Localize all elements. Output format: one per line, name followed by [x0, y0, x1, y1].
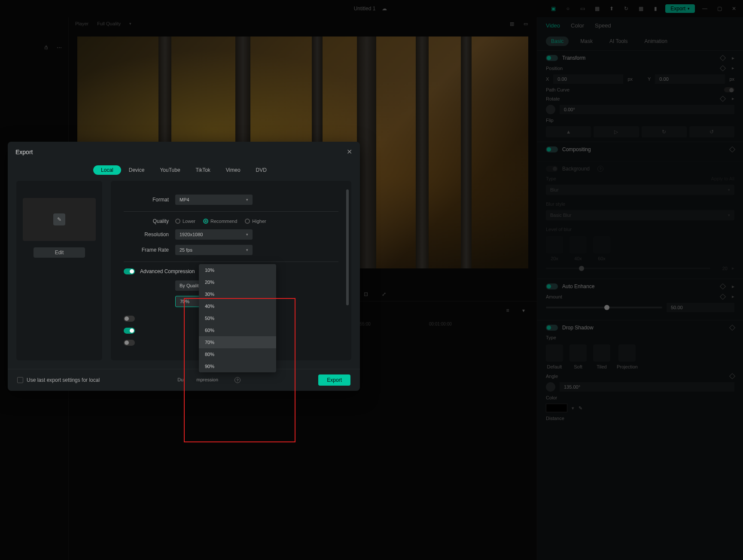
use-last-checkbox[interactable] [17, 377, 23, 383]
adv-compression-label: Advanced Compression [140, 268, 195, 274]
quality-option-70[interactable]: 70% [199, 336, 276, 348]
quality-option-90[interactable]: 90% [199, 360, 276, 372]
quality-lower-radio[interactable]: Lower [175, 219, 195, 224]
tab-youtube[interactable]: YouTube [152, 165, 188, 175]
extra-toggle-2[interactable] [124, 328, 135, 334]
export-modal: Export ✕ Local Device YouTube TikTok Vim… [8, 142, 360, 391]
tab-tiktok[interactable]: TikTok [188, 165, 218, 175]
scrollbar[interactable] [346, 189, 349, 352]
format-dropdown[interactable]: MP4▾ [175, 195, 253, 205]
tab-vimeo[interactable]: Vimeo [218, 165, 248, 175]
resolution-dropdown[interactable]: 1920x1080▾ [175, 229, 253, 240]
export-title: Export [15, 149, 33, 155]
close-icon[interactable]: ✕ [347, 148, 352, 156]
thumbnail: ✎ [23, 198, 96, 241]
use-last-label: Use last export settings for local [27, 377, 100, 383]
quality-option-20[interactable]: 20% [199, 276, 276, 288]
extra-toggle-3[interactable] [124, 340, 135, 346]
quality-option-40[interactable]: 40% [199, 300, 276, 312]
quality-option-60[interactable]: 60% [199, 324, 276, 336]
extra-toggle-1[interactable] [124, 316, 135, 322]
adv-compression-toggle[interactable] [124, 268, 135, 274]
quality-recommend-radio[interactable]: Recommend [203, 219, 237, 224]
quality-option-50[interactable]: 50% [199, 312, 276, 324]
tab-dvd[interactable]: DVD [248, 165, 274, 175]
tab-local[interactable]: Local [93, 165, 121, 175]
tab-device[interactable]: Device [121, 165, 152, 175]
export-preview: ✎ Edit [16, 181, 102, 360]
edit-button[interactable]: Edit [33, 247, 85, 258]
help-icon[interactable]: ? [234, 377, 241, 383]
quality-option-80[interactable]: 80% [199, 348, 276, 360]
quality-option-10[interactable]: 10% [199, 264, 276, 276]
pencil-icon: ✎ [53, 213, 65, 225]
framerate-dropdown[interactable]: 25 fps▾ [175, 245, 253, 255]
export-confirm-button[interactable]: Export [318, 374, 350, 386]
quality-higher-radio[interactable]: Higher [245, 219, 266, 224]
quality-option-30[interactable]: 30% [199, 288, 276, 300]
quality-dropdown-menu: 10% 20% 30% 40% 50% 60% 70% 80% 90% [199, 264, 276, 372]
